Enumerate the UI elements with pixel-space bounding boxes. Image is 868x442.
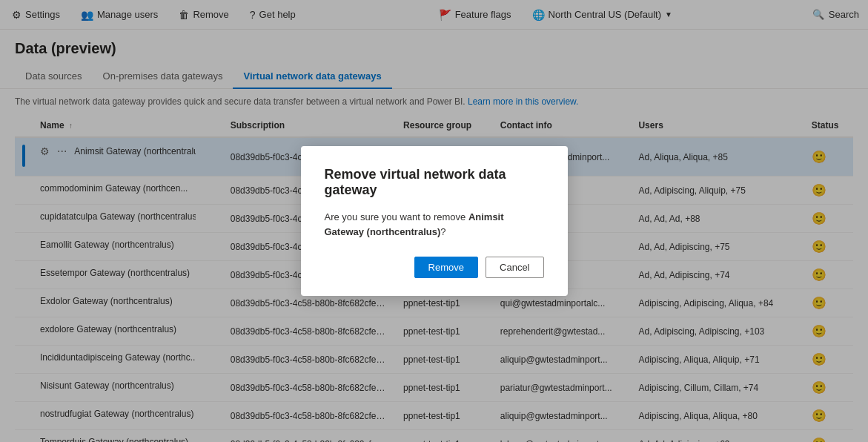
modal-body-prefix: Are you sure you want to remove: [325, 211, 468, 222]
modal-footer: Remove Cancel: [325, 257, 544, 278]
modal-cancel-button[interactable]: Cancel: [486, 257, 543, 278]
modal-body: Are you sure you want to remove Animsit …: [325, 210, 544, 239]
modal-remove-button[interactable]: Remove: [414, 257, 478, 278]
modal-body-suffix: ?: [440, 226, 445, 237]
modal-overlay: Remove virtual network data gateway Are …: [0, 0, 868, 442]
remove-gateway-modal: Remove virtual network data gateway Are …: [301, 146, 568, 296]
modal-title: Remove virtual network data gateway: [325, 167, 544, 198]
